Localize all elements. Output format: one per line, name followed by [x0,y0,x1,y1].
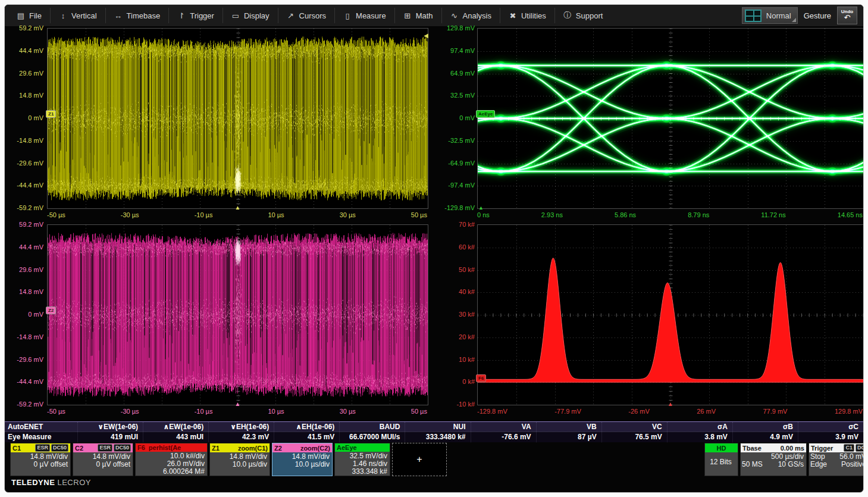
channel-descriptor-c1[interactable]: C1 ESRDC50 14.8 mV/div0 µV offset [10,443,71,476]
file-icon: ▤ [17,11,25,20]
layout-label: Normal [766,11,791,20]
aeeye-origin-marker: ▲ [478,205,484,211]
measure-header: σA [667,422,732,432]
f6-histogram-plot[interactable]: F6 ▲ [477,224,864,405]
aeeye-eye-diagram-plot[interactable]: AeEye ▲ [477,28,864,209]
f6-x-label-4: 77.9 mV [763,407,787,416]
menu-math[interactable]: ⊞Math [395,8,442,23]
channel-descriptor-c2[interactable]: C2 ESRDC50 14.8 mV/div0 µV offset [73,443,133,476]
hd-mode-box[interactable]: HD 12 Bits [704,443,738,476]
f6-y-label-4: 30 k# [459,310,475,318]
z1-y-label-1: 44.4 mV [19,46,43,55]
z2-source: zoom(C2) [300,445,330,452]
z1-y-axis-labels: 59.2 mV44.4 mV29.6 mV14.8 mV0 mV-14.8 mV… [5,24,43,212]
z1-waveform-plot[interactable]: Z1 ◀ ▲ [47,28,428,209]
z2-x-label-1: -30 µs [121,407,139,416]
add-trace-button[interactable]: + [392,443,447,476]
measure-table[interactable]: AutoENET ∨EW(1e-06) ∧EW(1e-06) ∨EH(1e-06… [5,421,863,442]
f6-trigger-marker[interactable]: ▲ [668,401,673,407]
measure-value: 76.5 mV [601,432,667,442]
hd-bits: 12 Bits [705,452,738,476]
display-layout-button[interactable]: Normal [742,7,798,24]
measure-value: -76.6 mV [471,432,536,442]
aeeye-y-label-1: 97.4 mV [450,46,475,55]
f6-y-label-5: 20 k# [459,333,475,341]
menu-utilities[interactable]: ✖Utilities [500,8,555,23]
menu-support[interactable]: ⓘSupport [555,8,612,23]
menu-bar: ▤File ↕Vertical ↔Timebase ↾Trigger ▭Disp… [5,5,863,26]
timebase-icon: ↔ [114,11,123,20]
undo-button[interactable]: Undo ↶ [837,7,857,24]
measure-row-label: Eye Measure [5,432,77,442]
z2-zero-badge[interactable]: Z2 [46,307,56,314]
aeeye-eye-canvas [478,29,863,208]
grid-layout-icon [745,10,762,22]
menu-cursors-label: Cursors [299,11,327,20]
z1-y-label-6: -29.6 mV [17,159,43,167]
timebase-box[interactable]: Tbase 0.00 ms 500 µs/div 50 MS10 GS/s [740,443,807,476]
menu-file[interactable]: ▤File [8,8,51,23]
eye-descriptor-aeeye[interactable]: AeEye 32.5 mV/div1.46 ns/div333.348 k# [334,443,390,476]
measure-value: 4.9 mV [732,432,798,442]
utilities-icon: ✖ [509,11,517,20]
z1-trigger-time-marker[interactable]: ▲ [235,204,241,211]
trigger-box[interactable]: Trigger C1DC Stop56.0 mV EdgePositive [809,443,864,476]
aeeye-y-label-2: 64.9 mV [450,69,475,77]
z1-y-label-0: 59.2 mV [19,24,43,32]
z1-y-label-7: -44.4 mV [17,181,43,189]
c2-label: C2 [75,445,83,452]
gesture-label: Gesture [804,11,831,20]
oscilloscope-app: ▤File ↕Vertical ↔Timebase ↾Trigger ▭Disp… [4,4,864,493]
zoom-descriptor-z1[interactable]: Z1 zoom(C1) 14.8 mV/div10.0 µs/div [209,443,270,476]
z1-waveform-canvas [48,29,428,208]
measure-value: 42.3 mV [208,432,274,442]
trigger-level-marker[interactable]: ◀ [424,32,428,39]
menu-math-label: Math [416,11,433,20]
z2-x-label-0: -50 µs [47,407,65,416]
aeeye-label: AeEye [337,444,357,451]
menu-cursors[interactable]: ↗Cursors [278,8,336,23]
z2-x-axis-labels: -50 µs-30 µs-10 µs10 µs30 µs50 µs [47,407,427,416]
aeeye-y-label-7: -97.4 mV [448,181,475,189]
measure-value: 443 mUI [143,432,208,442]
z2-y-label-1: 44.4 mV [19,243,43,251]
display-icon: ▭ [231,11,240,20]
z1-x-label-2: -10 µs [195,210,213,220]
tbase-label: Tbase [742,445,762,452]
menu-display-label: Display [244,11,270,20]
z1-x-label-1: -30 µs [121,210,139,220]
z2-x-label-4: 30 µs [340,407,356,416]
menu-measure-label: Measure [356,11,386,20]
function-descriptor-f6[interactable]: F6 perhist(Ae 10.0 k#/div26.0 mV/div6.00… [135,443,208,476]
aeeye-y-label-8: -129.8 mV [444,204,475,212]
menu-analysis[interactable]: ∿Analysis [442,8,500,23]
menu-measure[interactable]: ▯Measure [335,8,395,23]
z1-hscale: 10.0 µs/div [211,461,267,468]
aeeye-zero-badge[interactable]: AeEye [476,110,495,118]
z1-zero-badge[interactable]: Z1 [46,110,56,118]
menu-timebase[interactable]: ↔Timebase [106,8,170,23]
menu-display[interactable]: ▭Display [223,8,278,23]
c2-offset: 0 µV offset [74,461,130,468]
menu-utilities-label: Utilities [521,11,546,20]
measure-table-value-row: Eye Measure 419 mUI 443 mUI 42.3 mV 41.5… [5,432,863,442]
menu-vertical-label: Vertical [71,11,97,20]
tbase-memory: 50 MS [742,461,763,468]
plus-icon: + [416,454,422,465]
z2-waveform-plot[interactable]: Z2 ▲ [47,224,428,405]
f6-y-label-1: 60 k# [459,243,475,251]
zoom-descriptor-z2[interactable]: Z2 zoom(C2) 14.8 mV/div10.0 µs/div [272,443,333,476]
measure-header: ∨EH(1e-06) [208,422,274,432]
z2-trigger-time-marker[interactable]: ▲ [235,401,241,407]
z2-y-label-7: -44.4 mV [17,377,43,386]
menu-vertical[interactable]: ↕Vertical [51,8,106,23]
support-icon: ⓘ [563,10,572,21]
menu-trigger[interactable]: ↾Trigger [169,8,223,23]
f6-zero-badge[interactable]: F6 [476,374,486,382]
trigger-icon: ↾ [177,11,186,20]
c1-label: C1 [12,445,21,452]
z2-hscale: 10.0 µs/div [274,461,330,468]
aeeye-x-label-1: 2.93 ns [541,210,563,220]
measure-table-title: AutoENET [5,422,77,432]
menu-analysis-label: Analysis [463,11,491,20]
